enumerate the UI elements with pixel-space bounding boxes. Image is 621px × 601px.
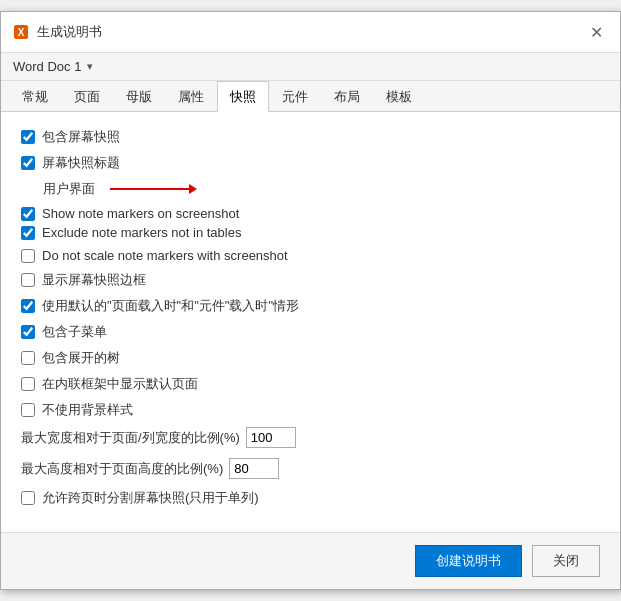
checkbox-split-screenshot[interactable] <box>21 491 35 505</box>
app-icon: X <box>13 24 29 40</box>
checkbox-use-default[interactable] <box>21 299 35 313</box>
label-max-width: 最大宽度相对于页面/列宽度的比例(%) <box>21 429 240 447</box>
label-no-scale-markers: Do not scale note markers with screensho… <box>42 248 288 263</box>
checkbox-include-submenu[interactable] <box>21 325 35 339</box>
tab-snapshot[interactable]: 快照 <box>217 81 269 112</box>
checkbox-show-border[interactable] <box>21 273 35 287</box>
doc-dropdown-icon[interactable]: ▾ <box>87 60 93 73</box>
tab-template[interactable]: 模板 <box>373 81 425 112</box>
checkbox-row-5: Exclude note markers not in tables <box>21 225 600 240</box>
tab-master[interactable]: 母版 <box>113 81 165 112</box>
dialog: X 生成说明书 ✕ Word Doc 1 ▾ 常规 页面 母版 属性 快照 元件… <box>0 11 621 590</box>
close-button[interactable]: ✕ <box>584 20 608 44</box>
svg-text:X: X <box>18 27 25 38</box>
label-show-border: 显示屏幕快照边框 <box>42 271 146 289</box>
checkbox-row-11: 在内联框架中显示默认页面 <box>21 375 600 393</box>
tab-layout[interactable]: 布局 <box>321 81 373 112</box>
doc-name: Word Doc 1 <box>13 59 81 74</box>
checkbox-row-8: 使用默认的"页面载入时"和"元件"载入时"情形 <box>21 297 600 315</box>
tab-properties[interactable]: 属性 <box>165 81 217 112</box>
checkbox-inline-default[interactable] <box>21 377 35 391</box>
checkbox-row-4: Show note markers on screenshot <box>21 206 600 221</box>
checkbox-row-6: Do not scale note markers with screensho… <box>21 248 600 263</box>
label-show-note-markers: Show note markers on screenshot <box>42 206 239 221</box>
checkbox-row-9: 包含子菜单 <box>21 323 600 341</box>
checkbox-include-tree[interactable] <box>21 351 35 365</box>
content-area: 包含屏幕快照 屏幕快照标题 用户界面 Show note markers on … <box>1 112 620 532</box>
checkbox-no-bg-style[interactable] <box>21 403 35 417</box>
checkbox-exclude-note-markers[interactable] <box>21 226 35 240</box>
label-include-screenshot: 包含屏幕快照 <box>42 128 120 146</box>
checkbox-row-12: 不使用背景样式 <box>21 401 600 419</box>
checkbox-show-note-markers[interactable] <box>21 207 35 221</box>
title-bar: X 生成说明书 ✕ <box>1 12 620 53</box>
input-max-height[interactable] <box>229 458 279 479</box>
tab-widget[interactable]: 元件 <box>269 81 321 112</box>
input-max-width[interactable] <box>246 427 296 448</box>
input-row-width: 最大宽度相对于页面/列宽度的比例(%) <box>21 427 600 448</box>
close-dialog-button[interactable]: 关闭 <box>532 545 600 577</box>
label-split-screenshot: 允许跨页时分割屏幕快照(只用于单列) <box>42 489 259 507</box>
label-exclude-note-markers: Exclude note markers not in tables <box>42 225 241 240</box>
checkbox-row-bottom: 允许跨页时分割屏幕快照(只用于单列) <box>21 489 600 507</box>
checkbox-no-scale-markers[interactable] <box>21 249 35 263</box>
indent-row-ui: 用户界面 <box>43 180 600 198</box>
arrow-indicator <box>110 188 190 190</box>
input-row-height: 最大高度相对于页面高度的比例(%) <box>21 458 600 479</box>
label-use-default: 使用默认的"页面载入时"和"元件"载入时"情形 <box>42 297 299 315</box>
label-include-tree: 包含展开的树 <box>42 349 120 367</box>
label-screenshot-title: 屏幕快照标题 <box>42 154 120 172</box>
dialog-title: 生成说明书 <box>37 23 102 41</box>
doc-bar: Word Doc 1 ▾ <box>1 53 620 81</box>
checkbox-row-2: 屏幕快照标题 <box>21 154 600 172</box>
footer: 创建说明书 关闭 <box>1 532 620 589</box>
title-bar-left: X 生成说明书 <box>13 23 102 41</box>
label-no-bg-style: 不使用背景样式 <box>42 401 133 419</box>
checkbox-row-1: 包含屏幕快照 <box>21 128 600 146</box>
checkbox-include-screenshot[interactable] <box>21 130 35 144</box>
label-include-submenu: 包含子菜单 <box>42 323 107 341</box>
tab-page[interactable]: 页面 <box>61 81 113 112</box>
label-user-interface: 用户界面 <box>43 180 95 198</box>
tab-bar: 常规 页面 母版 属性 快照 元件 布局 模板 <box>1 81 620 112</box>
create-button[interactable]: 创建说明书 <box>415 545 522 577</box>
label-max-height: 最大高度相对于页面高度的比例(%) <box>21 460 223 478</box>
checkbox-screenshot-title[interactable] <box>21 156 35 170</box>
tab-general[interactable]: 常规 <box>9 81 61 112</box>
checkbox-row-10: 包含展开的树 <box>21 349 600 367</box>
checkbox-row-7: 显示屏幕快照边框 <box>21 271 600 289</box>
label-inline-default: 在内联框架中显示默认页面 <box>42 375 198 393</box>
